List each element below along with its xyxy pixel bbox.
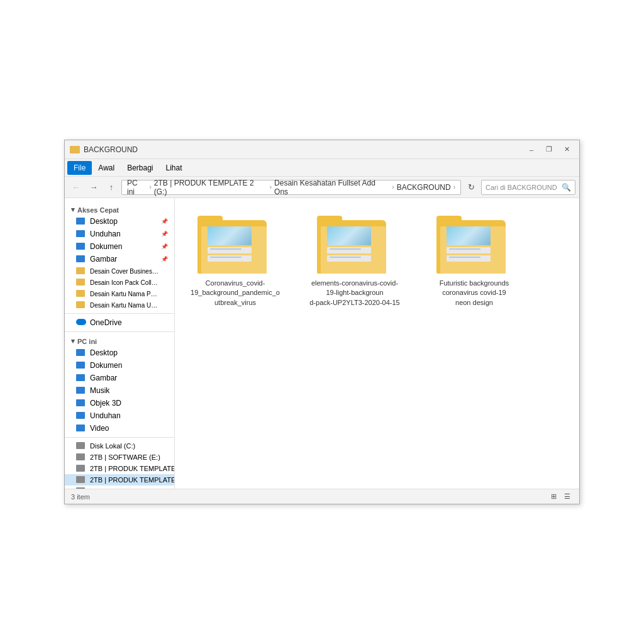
sidebar-item-musik[interactable]: Musik [65,384,174,397]
folder-icon-1 [197,211,273,274]
close-button[interactable]: ✕ [559,143,574,156]
sidebar-item-dokumen-pc[interactable]: Dokumen [65,359,174,372]
path-drive: 2TB | PRODUK TEMPLATE 2 (G:) [154,179,267,196]
paper-3b [447,255,491,262]
menu-lihat[interactable]: Lihat [160,161,189,175]
onedrive-icon [76,319,86,326]
sidebar-item-desktop-quick[interactable]: Desktop 📌 [65,215,174,228]
up-button[interactable]: ↑ [104,180,119,195]
menu-bar: File Awal Berbagi Lihat [65,159,579,177]
unduhan-pc-icon [76,412,86,419]
sidebar-item-desain-kartu-unik[interactable]: Desain Kartu Nama Unik Abstrak... [65,299,174,311]
drive-g-icon [76,476,86,484]
menu-awal[interactable]: Awal [92,161,121,175]
address-bar: ← → ↑ PC ini › 2TB | PRODUK TEMPLATE 2 (… [65,177,579,198]
folder-item-3[interactable]: Futuristic backgrounds coronavirus covid… [424,208,525,310]
paper-img-2 [327,226,371,245]
main-area: ▾ Akses Cepat Desktop 📌 Unduhan 📌 [65,198,579,489]
drive-e-icon [76,453,86,461]
sidebar-unduhan-quick-label: Unduhan [90,230,121,238]
sidebar-item-gambar-pc[interactable]: Gambar [65,372,174,384]
window-folder-icon [70,146,80,153]
folder-label-2: elements-coronavirus-covid-19-light-back… [307,279,402,308]
folder-papers-2 [327,226,377,267]
folders-grid: Coronavirus_covid-19_background_pandemic… [185,208,569,310]
path-folder1: Desain Kesahatan Fullset Add Ons [274,179,389,196]
musik-icon [76,387,86,394]
sidebar-item-drive-f[interactable]: 2TB | PRODUK TEMPLATE 1 (F:) [65,463,174,474]
folder-icon-3 [436,211,512,274]
search-icon: 🔍 [562,183,571,192]
sidebar: ▾ Akses Cepat Desktop 📌 Unduhan 📌 [65,198,175,489]
paper-img-1 [208,226,252,245]
pin-icon4: 📌 [161,256,168,262]
sidebar-item-unduhan-quick[interactable]: Unduhan 📌 [65,228,174,240]
refresh-button[interactable]: ↻ [464,180,479,195]
paper-2a [327,247,371,253]
pc-section: ▾ PC ini Desktop Dokumen Gambar [65,335,174,435]
view-grid-button[interactable]: ⊞ [548,491,559,502]
paper-2b [327,255,371,262]
search-placeholder: Cari di BACKGROUND [486,184,559,191]
paper-1a [208,247,252,253]
pin-icon: 📌 [161,218,168,225]
sidebar-item-video[interactable]: Video [65,422,174,435]
sidebar-desain-cover-label: Desain Cover Business Pack Colle... [90,268,159,275]
search-box[interactable]: Cari di BACKGROUND 🔍 [481,180,575,195]
objek3d-icon [76,399,86,407]
sidebar-item-objek3d[interactable]: Objek 3D [65,397,174,409]
drive-f-icon [76,465,86,472]
sidebar-item-drive-e[interactable]: 2TB | SOFTWARE (E:) [65,452,174,463]
minimize-button[interactable]: – [524,143,539,156]
sidebar-item-desktop-pc[interactable]: Desktop [65,347,174,359]
sidebar-item-desain-kartu[interactable]: Desain Kartu Nama Pack Collecti... [65,288,174,299]
quick-access-section: ▾ Akses Cepat Desktop 📌 Unduhan 📌 [65,203,174,311]
forward-button[interactable]: → [86,180,101,195]
desain-cover-icon [76,267,86,275]
folder-label-3: Futuristic backgrounds coronavirus covid… [426,279,522,308]
sidebar-item-drive-g[interactable]: 2TB | PRODUK TEMPLATE 2 (G:) [65,474,174,486]
restore-button[interactable]: ❐ [541,143,557,156]
view-icons: ⊞ ☰ [548,491,573,502]
quick-access-label: Akses Cepat [77,206,119,214]
desain-kartu-unik-icon [76,301,86,309]
sidebar-item-desain-icon[interactable]: Desain Icon Pack Collection Me... [65,277,174,288]
sidebar-item-disk-c[interactable]: Disk Lokal (C:) [65,440,174,452]
quick-access-chevron: ▾ [71,206,75,214]
folder-papers-1 [208,226,258,267]
sidebar-divider-2 [65,331,174,332]
sidebar-item-unduhan-pc[interactable]: Unduhan [65,409,174,422]
path-pc: PC ini [127,179,147,196]
sidebar-item-dokumen-quick[interactable]: Dokumen 📌 [65,240,174,253]
menu-berbagi[interactable]: Berbagi [121,161,159,175]
sidebar-item-gambar-quick[interactable]: Gambar 📌 [65,253,174,265]
sidebar-dokumen-quick-label: Dokumen [90,242,122,251]
desktop-pc-icon [76,349,86,357]
sidebar-desain-kartu-unik-label: Desain Kartu Nama Unik Abstrak... [90,302,159,309]
sidebar-desain-kartu-label: Desain Kartu Nama Pack Collecti... [90,291,159,297]
paper-3a [447,247,491,253]
sidebar-item-onedrive[interactable]: OneDrive [65,316,174,329]
pc-chevron: ▾ [71,337,75,345]
desain-kartu-icon [76,290,86,297]
sidebar-divider-1 [65,313,174,314]
disk-c-icon [76,442,86,450]
sidebar-gambar-quick-label: Gambar [90,255,117,264]
drive-h-icon [76,487,86,489]
menu-file[interactable]: File [67,161,92,175]
paper-1b [208,255,252,262]
address-path[interactable]: PC ini › 2TB | PRODUK TEMPLATE 2 (G:) › … [121,180,461,195]
sidebar-item-desain-cover[interactable]: Desain Cover Business Pack Colle... [65,265,174,277]
unduhan-quick-icon [76,230,86,238]
status-count: 3 item [71,493,90,501]
gambar-quick-icon [76,255,86,263]
desktop-quick-icon [76,218,86,225]
gambar-pc-icon [76,374,86,382]
back-button[interactable]: ← [69,180,84,195]
folder-papers-3 [447,226,497,267]
pin-icon2: 📌 [161,231,168,237]
folder-item-2[interactable]: elements-coronavirus-covid-19-light-back… [304,208,405,310]
content-area: Coronavirus_covid-19_background_pandemic… [175,198,579,489]
view-list-button[interactable]: ☰ [562,491,573,502]
folder-item-1[interactable]: Coronavirus_covid-19_background_pandemic… [185,208,286,310]
